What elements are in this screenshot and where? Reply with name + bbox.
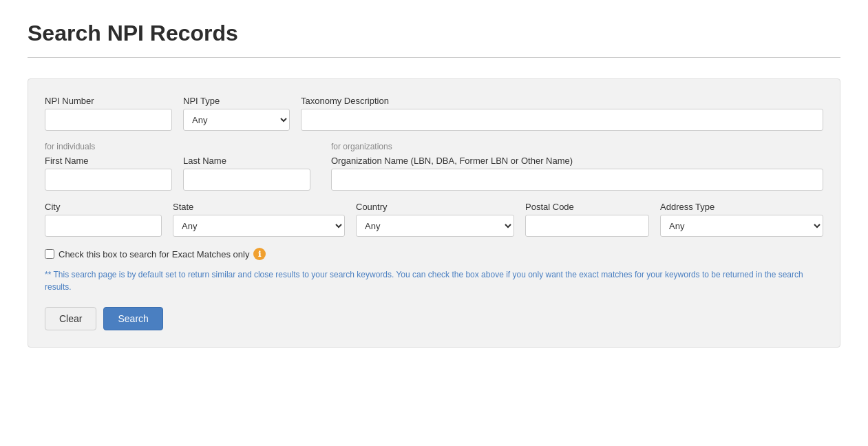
address-type-group: Address Type Any Mailing Practice bbox=[660, 202, 823, 237]
state-select[interactable]: Any Alabama Alaska Arizona California Co… bbox=[173, 215, 345, 237]
npi-type-select[interactable]: Any NPI-1 (Individual) NPI-2 (Organizati… bbox=[183, 109, 290, 131]
exact-match-row: Check this box to search for Exact Match… bbox=[45, 248, 823, 260]
postal-code-label: Postal Code bbox=[525, 202, 649, 212]
state-label: State bbox=[173, 202, 345, 212]
individuals-label: for individuals bbox=[45, 142, 320, 151]
info-text: ** This search page is by default set to… bbox=[45, 268, 823, 293]
info-icon[interactable]: ℹ bbox=[253, 248, 266, 260]
clear-button[interactable]: Clear bbox=[45, 307, 96, 330]
top-row: NPI Number NPI Type Any NPI-1 (Individua… bbox=[45, 96, 823, 131]
last-name-group: Last Name bbox=[183, 156, 310, 191]
last-name-input[interactable] bbox=[183, 169, 310, 191]
address-row: City State Any Alabama Alaska Arizona Ca… bbox=[45, 202, 823, 237]
address-type-select[interactable]: Any Mailing Practice bbox=[660, 215, 823, 237]
search-button[interactable]: Search bbox=[103, 307, 162, 330]
first-name-input[interactable] bbox=[45, 169, 172, 191]
npi-type-label: NPI Type bbox=[183, 96, 290, 106]
first-name-label: First Name bbox=[45, 156, 172, 166]
org-name-input[interactable] bbox=[331, 169, 823, 191]
npi-number-input[interactable] bbox=[45, 109, 172, 131]
search-form: NPI Number NPI Type Any NPI-1 (Individua… bbox=[28, 78, 840, 348]
npi-number-label: NPI Number bbox=[45, 96, 172, 106]
first-name-group: First Name bbox=[45, 156, 172, 191]
city-input[interactable] bbox=[45, 215, 162, 237]
page-container: Search NPI Records NPI Number NPI Type A… bbox=[0, 0, 868, 368]
npi-number-group: NPI Number bbox=[45, 96, 172, 131]
city-group: City bbox=[45, 202, 162, 237]
country-label: Country bbox=[356, 202, 514, 212]
title-divider bbox=[28, 57, 840, 58]
postal-code-input[interactable] bbox=[525, 215, 649, 237]
exact-match-checkbox[interactable] bbox=[45, 249, 54, 259]
city-label: City bbox=[45, 202, 162, 212]
page-title: Search NPI Records bbox=[28, 21, 840, 46]
state-group: State Any Alabama Alaska Arizona Califor… bbox=[173, 202, 345, 237]
org-name-label: Organization Name (LBN, DBA, Former LBN … bbox=[331, 156, 823, 166]
button-row: Clear Search bbox=[45, 307, 823, 330]
country-select[interactable]: Any United States Canada Mexico bbox=[356, 215, 514, 237]
taxonomy-input[interactable] bbox=[301, 109, 823, 131]
address-type-label: Address Type bbox=[660, 202, 823, 212]
last-name-label: Last Name bbox=[183, 156, 310, 166]
names-row: First Name Last Name bbox=[45, 156, 320, 191]
orgs-label: for organizations bbox=[331, 142, 823, 151]
orgs-block: for organizations Organization Name (LBN… bbox=[331, 142, 823, 191]
individuals-block: for individuals First Name Last Name bbox=[45, 142, 320, 191]
org-name-group: Organization Name (LBN, DBA, Former LBN … bbox=[331, 156, 823, 191]
npi-type-group: NPI Type Any NPI-1 (Individual) NPI-2 (O… bbox=[183, 96, 290, 131]
section-divider-row: for individuals First Name Last Name for… bbox=[45, 142, 823, 191]
postal-code-group: Postal Code bbox=[525, 202, 649, 237]
country-group: Country Any United States Canada Mexico bbox=[356, 202, 514, 237]
exact-match-label: Check this box to search for Exact Match… bbox=[59, 249, 249, 259]
taxonomy-group: Taxonomy Description bbox=[301, 96, 823, 131]
taxonomy-label: Taxonomy Description bbox=[301, 96, 823, 106]
